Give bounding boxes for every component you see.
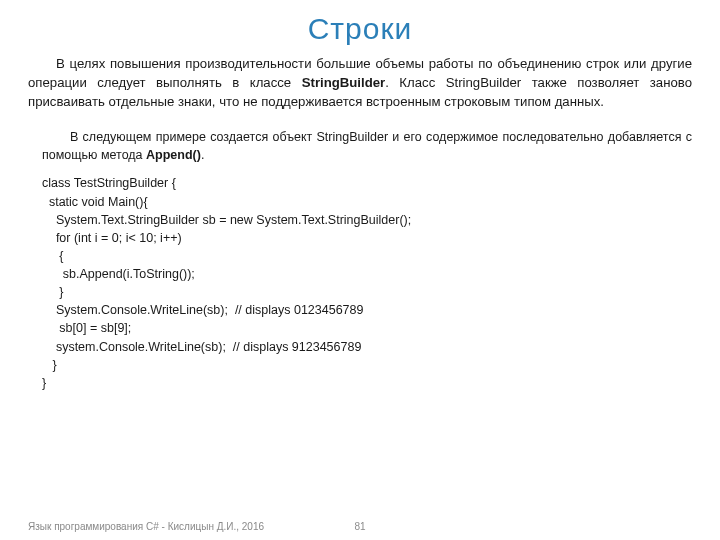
example-block: В следующем примере создается объект Str… <box>28 129 692 392</box>
slide: Строки В целях повышения производительно… <box>0 0 720 540</box>
intro-paragraph: В целях повышения производительности бол… <box>28 54 692 111</box>
example-paragraph: В следующем примере создается объект Str… <box>42 129 692 164</box>
example-text-post: . <box>201 148 204 162</box>
footer-author: Язык программирования C# - Кислицын Д.И.… <box>28 521 264 532</box>
page-number: 81 <box>354 521 365 532</box>
slide-title: Строки <box>28 12 692 46</box>
example-text-pre: В следующем примере создается объект Str… <box>42 130 692 162</box>
footer: Язык программирования C# - Кислицын Д.И.… <box>28 521 692 532</box>
example-text-bold: Append() <box>146 148 201 162</box>
code-listing: class TestStringBuilder { static void Ma… <box>42 174 692 392</box>
intro-text-bold: StringBuilder <box>302 75 386 90</box>
